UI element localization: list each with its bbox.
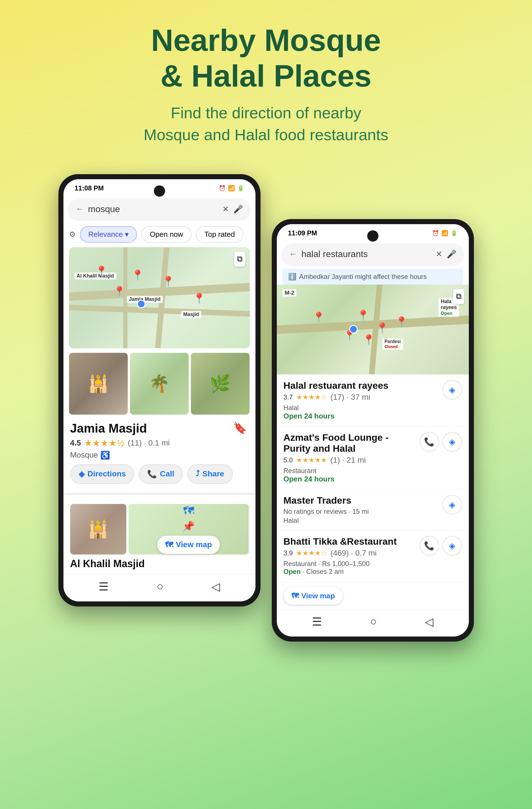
place-photo-2: 🌴 — [130, 353, 189, 415]
call-icon-1: 📞 — [147, 469, 157, 479]
r2-hours: Open 24 hours — [284, 475, 415, 483]
alarm-icon-2: ⏰ — [432, 230, 439, 237]
view-map-button-1[interactable]: 🗺 View map — [157, 536, 220, 554]
battery-icon: 🔋 — [237, 185, 244, 192]
r2-directions-btn[interactable]: ◈ — [442, 432, 462, 452]
current-location-dot-2 — [349, 325, 358, 333]
search-input-2[interactable] — [302, 249, 431, 259]
place-category-1: Mosque ♿ — [70, 451, 249, 460]
rating-stars-1: ★★★★½ — [84, 438, 124, 448]
restaurant-rating-2: 5.0 ★★★★★ (1) · 21 mi — [284, 455, 415, 465]
restaurant-actions-3: ◈ — [442, 495, 462, 515]
place-info-1: Jamia Masjid 4.5 ★★★★½ (11) · 0.1 mi Mos… — [64, 417, 255, 488]
r1-directions-btn[interactable]: ◈ — [442, 380, 462, 400]
second-place-section: 🕌 🗺 📌 🗺 View map Al Khalil Masjid — [64, 499, 255, 574]
divider-1 — [64, 493, 255, 495]
map-area-1[interactable]: Al Khalil Masjid Jamia Masjid Masjid 📍 📍… — [69, 247, 250, 348]
restaurant-item-2: Azmat's Food Lounge - Purity and Halal 5… — [277, 426, 469, 489]
place-photo-3: 🌿 — [191, 353, 250, 415]
nav-home-icon-1[interactable]: ○ — [157, 580, 163, 593]
nav-menu-icon-2[interactable]: ☰ — [312, 615, 322, 628]
restaurant-item-3: Master Traders No ratings or reviews · 1… — [277, 489, 469, 530]
search-bar-2: ← ✕ 🎤 — [282, 244, 463, 264]
page-title: Nearby Mosque & Halal Places — [144, 22, 389, 93]
alarm-icon: ⏰ — [219, 185, 226, 192]
r2-count: (1) · 21 mi — [331, 455, 366, 465]
view-map-icon: 📌 — [182, 520, 195, 532]
map-road-label-m2: M-2 — [282, 289, 297, 297]
restaurant-info-3: Master Traders No ratings or reviews · 1… — [284, 495, 438, 524]
header-section: Nearby Mosque & Halal Places Find the di… — [132, 0, 400, 163]
restaurant-item-1: Halal restuarant rayees 3.7 ★★★★☆ (17) ·… — [277, 375, 469, 426]
map-pin-5: 📍 — [113, 286, 126, 297]
map-pin-r1: 📍 — [313, 311, 325, 323]
bottom-nav-1: ☰ ○ ◁ — [64, 574, 255, 601]
r2-stars: ★★★★★ — [296, 456, 327, 464]
filter-chips-1: ⚙ Relevance ▾ Open now Top rated — [64, 224, 255, 247]
restaurant-actions-2: 📞 ◈ — [420, 432, 462, 452]
directions-button-1[interactable]: ◈ Directions — [70, 464, 135, 484]
restaurant-name-3: Master Traders — [284, 495, 438, 506]
r1-category: Halal — [284, 404, 438, 412]
r2-phone-btn[interactable]: 📞 — [420, 432, 439, 452]
search-mic-icon-2[interactable]: 🎤 — [447, 249, 457, 259]
view-map-icon-2: 🗺 — [291, 591, 299, 600]
r1-rating-val: 3.7 — [284, 393, 293, 401]
search-clear-icon-2[interactable]: ✕ — [436, 249, 442, 259]
nav-menu-icon-1[interactable]: ☰ — [99, 580, 109, 593]
status-time-1: 11:08 PM — [75, 184, 104, 192]
nav-back-icon-2[interactable]: ◁ — [425, 615, 433, 628]
info-banner-2: ℹ️ Ambedkar Jayanti might affect these h… — [282, 269, 463, 285]
bookmark-button-1[interactable]: 🔖 — [233, 421, 247, 434]
search-mic-icon-1[interactable]: 🎤 — [233, 205, 243, 214]
status-icons-1: ⏰ 📶 🔋 — [219, 185, 244, 192]
restaurant-name-4: Bhatti Tikka &Restaurant — [284, 536, 415, 547]
battery-icon-2: 🔋 — [450, 230, 458, 237]
second-photo-map: 🗺 📌 🗺 View map — [128, 504, 249, 554]
search-back-arrow-2[interactable]: ← — [289, 249, 297, 258]
map-pin-1: 📍 — [95, 265, 108, 277]
r1-hours: Open 24 hours — [284, 412, 438, 420]
filter-icon-1[interactable]: ⚙ — [69, 230, 75, 239]
restaurant-info-4: Bhatti Tikka &Restaurant 3.9 ★★★★☆ (469)… — [284, 536, 415, 577]
chip-open-now[interactable]: Open now — [141, 226, 192, 243]
status-icons-2: ⏰ 📶 🔋 — [432, 230, 458, 237]
share-button-1[interactable]: ⤴ Share — [187, 464, 233, 484]
current-location-dot-1 — [137, 300, 145, 308]
camera-notch-1 — [154, 185, 165, 196]
map-pin-4: 📍 — [193, 293, 206, 305]
r1-count: (17) · 37 mi — [331, 393, 370, 402]
place-name-1: Jamia Masjid — [70, 421, 249, 435]
r4-category: Restaurant · Rs 1,000–1,500 — [284, 560, 415, 568]
info-icon-2: ℹ️ — [288, 273, 297, 281]
restaurant-name-1: Halal restuarant rayees — [284, 380, 438, 391]
share-icon-1: ⤴ — [196, 469, 200, 478]
map-icon-second: 🗺 — [183, 504, 194, 517]
map-background-1: Al Khalil Masjid Jamia Masjid Masjid 📍 📍… — [69, 247, 250, 348]
rating-count-1: (11) · 0.1 mi — [128, 438, 170, 447]
map-layers-button-2[interactable]: ⧉ — [453, 289, 464, 304]
chip-relevance[interactable]: Relevance ▾ — [80, 226, 137, 243]
map-layers-button-1[interactable]: ⧉ — [234, 252, 245, 266]
camera-notch-2 — [367, 230, 378, 242]
nav-home-icon-2[interactable]: ○ — [370, 615, 377, 628]
search-clear-icon-1[interactable]: ✕ — [222, 205, 229, 214]
call-button-1[interactable]: 📞 Call — [139, 464, 182, 484]
r4-directions-btn[interactable]: ◈ — [442, 536, 462, 556]
page-subtitle: Find the direction of nearby Mosque and … — [144, 102, 389, 146]
r3-directions-btn[interactable]: ◈ — [442, 495, 462, 515]
second-photo-main: 🕌 — [70, 504, 126, 554]
restaurant-actions-4: 📞 ◈ — [420, 536, 462, 556]
nav-back-icon-1[interactable]: ◁ — [211, 580, 220, 593]
chip-top-rated[interactable]: Top rated — [196, 226, 243, 243]
r1-stars: ★★★★☆ — [296, 393, 327, 401]
view-map-button-2[interactable]: 🗺 View map — [284, 587, 343, 605]
search-input-1[interactable] — [88, 204, 218, 214]
r4-phone-btn[interactable]: 📞 — [420, 536, 439, 556]
phone-1-frame: 11:08 PM ⏰ 📶 🔋 ← ✕ 🎤 ⚙ Relevance ▾ — [58, 174, 261, 606]
phone-2-frame: 11:09 PM ⏰ 📶 🔋 ← ✕ 🎤 ℹ️ Ambedkar Jayanti… — [272, 219, 474, 641]
r4-count: (469) · 0.7 mi — [331, 549, 377, 557]
map-area-2[interactable]: 📍 📍 📍 📍 📍 📍 HalarayeesOpen PardesiClosed… — [277, 285, 469, 375]
search-back-arrow-1[interactable]: ← — [76, 205, 84, 213]
r2-category: Restaurant — [284, 467, 415, 475]
